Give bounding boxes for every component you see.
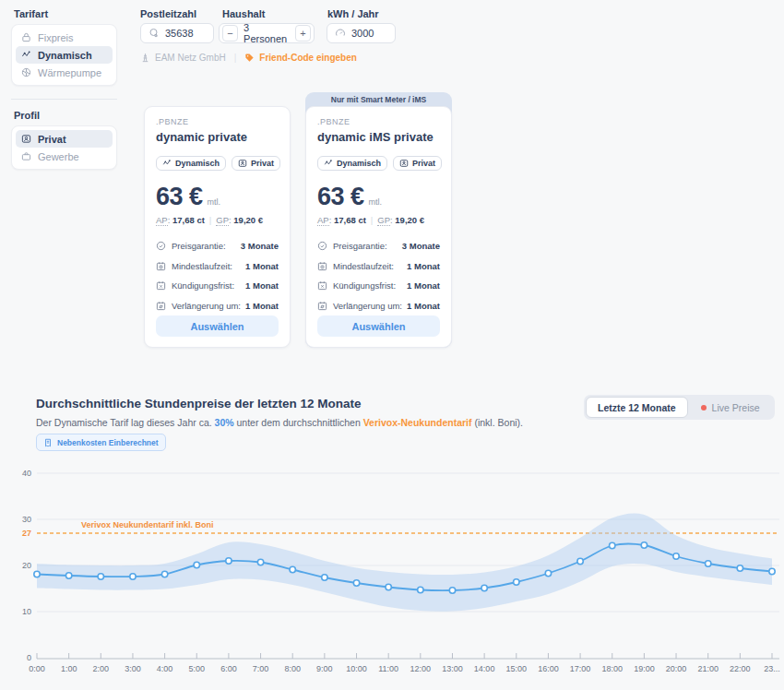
privat-badge: Privat: [393, 156, 442, 171]
activity-icon: [21, 50, 31, 60]
detail-label: Kündigungsfrist:: [333, 280, 396, 291]
activity-icon: [324, 159, 333, 168]
ap-value: 17,68 ct: [172, 215, 205, 225]
toggle-live-preise[interactable]: Live Preise: [688, 397, 773, 418]
receipt-icon: [43, 438, 53, 447]
gp-value: 19,20 €: [233, 215, 263, 225]
sidebar-item-gewerbe[interactable]: Gewerbe: [16, 148, 113, 165]
calendar-refresh-icon: [317, 301, 327, 311]
detail-label: Mindestlaufzeit:: [172, 261, 232, 271]
tariff-card-dynamic-ims-private: .PBNZE dynamic iMS private Dynamisch Pri…: [305, 106, 452, 348]
plz-label: Postleitzahl: [140, 8, 196, 19]
pylon-icon: [140, 53, 150, 63]
svg-text:20: 20: [22, 561, 31, 570]
netz-name: EAM Netz GmbH: [155, 53, 226, 63]
detail-label: Verlängerung um:: [172, 301, 241, 311]
detail-value: 1 Monat: [245, 301, 279, 311]
ap-term[interactable]: AP: [317, 215, 329, 226]
svg-text:23...: 23...: [764, 664, 780, 673]
monthly-price: 63 €: [317, 183, 364, 211]
sidebar-item-dynamisch[interactable]: Dynamisch: [16, 46, 113, 64]
detail-label: Preisgarantie:: [333, 241, 387, 251]
clock-check-icon: [317, 241, 327, 251]
subtitle-text: (inkl. Boni).: [472, 417, 523, 428]
netz-operator: EAM Netz GmbH: [140, 53, 226, 63]
live-dot-icon: [701, 405, 707, 410]
plz-field[interactable]: [140, 23, 214, 43]
svg-text:19:00: 19:00: [634, 664, 655, 673]
tariff-details: Preisgarantie: 3 Monate Mindestlaufzeit:…: [156, 236, 279, 315]
svg-text:10: 10: [22, 607, 31, 616]
friend-code-link[interactable]: Friend-Code eingeben: [244, 53, 357, 63]
subtitle-percent: 30%: [215, 417, 234, 428]
toggle-letzte-12-monate[interactable]: Letzte 12 Monate: [586, 397, 688, 418]
sidebar-item-fixpreis[interactable]: Fixpreis: [16, 29, 113, 46]
fan-icon: [21, 67, 31, 77]
sidebar-item-label: Dynamisch: [38, 50, 92, 61]
briefcase-icon: [21, 151, 31, 161]
auswaehlen-button[interactable]: Auswählen: [156, 315, 279, 337]
increment-button[interactable]: +: [295, 25, 311, 42]
sidebar-item-waermepumpe[interactable]: Wärmepumpe: [16, 64, 113, 81]
apgp-separator: |: [371, 215, 373, 225]
svg-text:27: 27: [22, 529, 31, 538]
svg-text:6:00: 6:00: [220, 664, 237, 673]
haushalt-stepper: − 3 Personen +: [219, 23, 315, 43]
detail-label: Mindestlaufzeit:: [333, 261, 394, 271]
calendar-clock-icon: [317, 261, 327, 271]
svg-text:7:00: 7:00: [253, 664, 269, 673]
detail-value: 3 Monate: [241, 241, 279, 251]
lock-icon: [21, 32, 31, 42]
price-suffix: mtl.: [208, 197, 221, 207]
auswaehlen-button[interactable]: Auswählen: [317, 315, 440, 337]
price-row: 63 € mtl.: [156, 183, 279, 211]
decrement-button[interactable]: −: [222, 25, 238, 42]
subtitle-text: Der Dynamische Tarif lag dieses Jahr ca.: [36, 417, 215, 428]
detail-row-mindestlaufzeit: Mindestlaufzeit: 1 Monat: [317, 256, 440, 277]
person-badge-icon: [238, 159, 247, 168]
badge-label: Dynamisch: [337, 159, 381, 168]
svg-text:21:00: 21:00: [697, 664, 719, 673]
svg-text:13:00: 13:00: [442, 664, 463, 673]
svg-text:30: 30: [22, 515, 31, 524]
chart-subtitle: Der Dynamische Tarif lag dieses Jahr ca.…: [36, 417, 523, 428]
detail-value: 1 Monat: [245, 280, 279, 291]
svg-text:0:00: 0:00: [29, 664, 45, 673]
ap-term[interactable]: AP: [156, 215, 168, 226]
kwh-label: kWh / Jahr: [327, 8, 379, 19]
tariff-code: .PBNZE: [156, 117, 279, 126]
svg-text:11:00: 11:00: [378, 664, 398, 673]
ap-value: 17,68 ct: [334, 215, 366, 225]
profil-heading: Profil: [14, 110, 40, 121]
tarifart-panel: Fixpreis Dynamisch Wärmepumpe: [11, 24, 117, 86]
sidebar-item-privat[interactable]: Privat: [16, 130, 113, 148]
badge-label: Privat: [251, 159, 274, 168]
gp-term[interactable]: GP: [216, 215, 229, 226]
price-row: 63 € mtl.: [317, 183, 440, 211]
plz-input[interactable]: [165, 28, 206, 39]
badge-row: Dynamisch Privat: [156, 156, 279, 171]
detail-row-preisgarantie: Preisgarantie: 3 Monate: [317, 236, 440, 256]
tariff-card-dynamic-private: .PBNZE dynamic private Dynamisch Privat …: [144, 106, 291, 348]
badge-label: Dynamisch: [175, 159, 220, 168]
gp-value: 19,20 €: [395, 215, 424, 225]
calendar-refresh-icon: [156, 301, 166, 311]
dynamisch-badge: Dynamisch: [317, 156, 387, 171]
detail-label: Verlängerung um:: [333, 301, 402, 311]
kwh-field[interactable]: [327, 23, 396, 43]
kwh-input[interactable]: [351, 28, 387, 39]
badge-row: Dynamisch Privat: [317, 156, 440, 171]
dynamisch-badge: Dynamisch: [156, 156, 226, 171]
calendar-x-icon: [156, 280, 166, 291]
haushalt-label: Haushalt: [222, 8, 265, 19]
tariff-details: Preisgarantie: 3 Monate Mindestlaufzeit:…: [317, 236, 440, 315]
chart-title: Durchschnittliche Stundenpreise der letz…: [36, 397, 362, 410]
detail-row-mindestlaufzeit: Mindestlaufzeit: 1 Monat: [156, 256, 279, 277]
range-toggle: Letzte 12 Monate Live Preise: [584, 395, 775, 420]
sidebar-item-label: Gewerbe: [38, 151, 79, 162]
sidebar-item-label: Fixpreis: [38, 32, 74, 43]
detail-value: 3 Monate: [402, 241, 440, 251]
subtitle-text: unter dem durchschnittlichen: [234, 417, 363, 428]
toggle-label: Live Preise: [712, 402, 760, 413]
gp-term[interactable]: GP: [377, 215, 390, 226]
